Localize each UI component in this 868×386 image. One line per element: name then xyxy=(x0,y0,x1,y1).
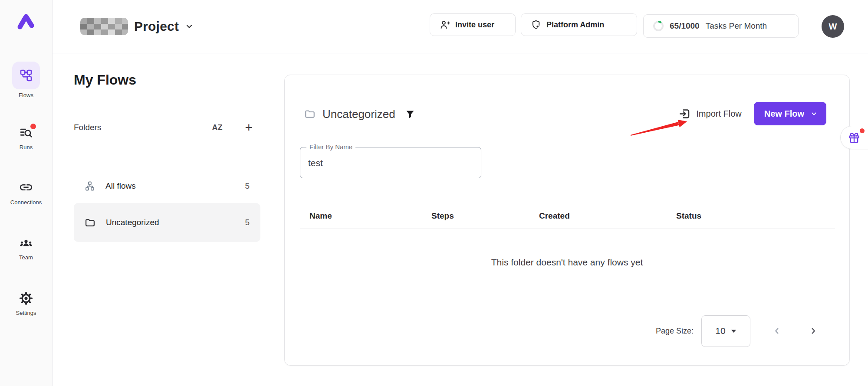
chevron-left-icon xyxy=(772,326,782,336)
project-name-redacted xyxy=(80,18,128,35)
page-title: My Flows xyxy=(74,72,136,88)
folder-item-uncategorized[interactable]: Uncategorized 5 xyxy=(74,203,260,242)
app-logo[interactable] xyxy=(0,11,52,34)
sidebar-item-settings[interactable]: Settings xyxy=(0,291,52,316)
whats-new-button[interactable] xyxy=(840,126,868,149)
import-flow-button[interactable]: Import Flow xyxy=(679,108,741,120)
avatar-initial: W xyxy=(829,22,837,32)
sidebar-item-runs[interactable]: Runs xyxy=(0,126,52,150)
folder-item-all-flows[interactable]: All flows 5 xyxy=(74,173,260,200)
chevron-down-icon xyxy=(810,110,818,118)
project-label: Project xyxy=(134,19,179,34)
invite-user-button[interactable]: Invite user xyxy=(430,13,516,36)
folder-icon xyxy=(85,217,95,228)
page-size-select[interactable]: 10 xyxy=(701,315,750,347)
project-switcher[interactable]: Project xyxy=(80,0,194,53)
card-header-right: Import Flow New Flow xyxy=(679,101,826,126)
team-people-icon xyxy=(19,236,33,250)
folder-item-count: 5 xyxy=(245,218,250,227)
platform-admin-label: Platform Admin xyxy=(546,20,604,29)
filter-funnel-icon[interactable] xyxy=(405,109,415,119)
flows-card: Uncategorized Import Flow New xyxy=(284,75,850,366)
sidebar-label-settings: Settings xyxy=(0,310,52,316)
gear-icon xyxy=(19,291,33,305)
user-avatar[interactable]: W xyxy=(822,15,844,38)
folder-item-label: Uncategorized xyxy=(106,218,245,227)
empty-state-message: This folder doesn't have any flows yet xyxy=(285,257,849,268)
column-header-status: Status xyxy=(676,211,835,221)
workflow-icon xyxy=(19,69,33,82)
sidebar-item-flows[interactable]: Flows xyxy=(0,62,52,98)
next-page-button[interactable] xyxy=(809,326,818,336)
invite-user-label: Invite user xyxy=(455,20,494,29)
platform-admin-button[interactable]: Platform Admin xyxy=(521,13,637,36)
tasks-usage-label: Tasks Per Month xyxy=(706,21,767,31)
folder-icon xyxy=(304,108,316,120)
sidebar-item-team[interactable]: Team xyxy=(0,236,52,261)
import-icon xyxy=(679,108,690,120)
tasks-usage-value: 65/1000 xyxy=(670,21,700,31)
activepieces-logo-icon xyxy=(16,11,36,32)
card-header-left: Uncategorized xyxy=(304,102,415,126)
hierarchy-icon xyxy=(85,181,95,191)
chevron-down-icon xyxy=(185,22,194,31)
link-icon xyxy=(19,180,33,195)
sidebar-item-connections[interactable]: Connections xyxy=(0,180,52,206)
folder-item-count: 5 xyxy=(245,181,250,191)
tasks-usage-box: 65/1000 Tasks Per Month xyxy=(643,14,799,38)
sidebar-label-runs: Runs xyxy=(0,144,52,150)
select-caret-icon xyxy=(731,329,736,333)
folders-title: Folders xyxy=(74,123,212,132)
add-folder-button[interactable]: + xyxy=(245,122,253,133)
shield-icon xyxy=(531,20,541,30)
new-flow-label: New Flow xyxy=(764,109,804,119)
sidebar: Flows Runs Connections xyxy=(0,0,53,386)
page-size-value: 10 xyxy=(715,326,725,336)
column-header-steps: Steps xyxy=(431,211,539,221)
previous-page-button[interactable] xyxy=(772,326,782,336)
import-flow-label: Import Flow xyxy=(696,109,741,119)
sidebar-label-connections: Connections xyxy=(0,199,52,206)
chevron-right-icon xyxy=(809,326,818,336)
card-title: Uncategorized xyxy=(322,108,395,121)
new-flow-button[interactable]: New Flow xyxy=(754,102,826,125)
folders-panel-header: Folders AZ + xyxy=(74,121,260,134)
gift-icon xyxy=(848,132,860,144)
sort-az-icon[interactable]: AZ xyxy=(212,123,222,132)
page-size-label: Page Size: xyxy=(656,327,694,336)
filter-by-name-field: Filter By Name xyxy=(300,147,481,178)
runs-notification-dot xyxy=(30,124,36,129)
tasks-progress-ring-icon xyxy=(652,20,664,32)
folder-item-label: All flows xyxy=(105,181,245,191)
gift-notification-dot xyxy=(860,128,865,133)
pagination: Page Size: 10 xyxy=(656,314,818,348)
app-root: Flows Runs Connections xyxy=(0,0,868,386)
top-header: Project Invite user Platform Admin xyxy=(53,0,868,53)
column-header-name: Name xyxy=(309,211,431,221)
sidebar-label-team: Team xyxy=(0,254,52,261)
flows-table-header: Name Steps Created Status xyxy=(300,203,835,229)
column-header-created: Created xyxy=(539,211,676,221)
filter-by-name-input[interactable] xyxy=(302,149,480,177)
user-plus-icon xyxy=(440,20,450,30)
sidebar-label-flows: Flows xyxy=(0,92,52,98)
